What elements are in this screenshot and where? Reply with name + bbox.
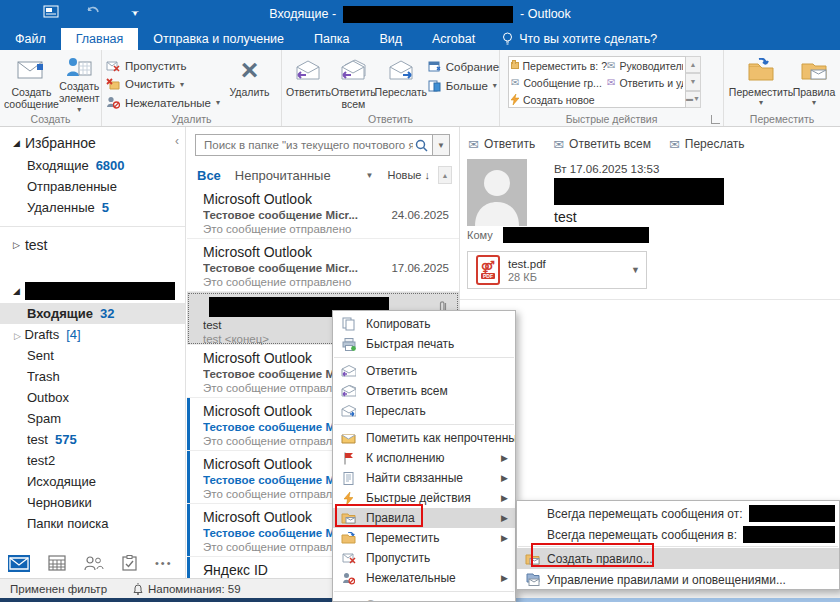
sidebar-item-inbox-fav[interactable]: Входящие6800 <box>0 155 185 176</box>
tab-acrobat[interactable]: Acrobat <box>417 28 490 50</box>
filter-status[interactable]: Применен фильтр <box>10 583 107 595</box>
collapse-folder-pane-icon[interactable]: ‹ <box>175 134 179 148</box>
quick-steps-scrollbar[interactable]: ▲ ▼ ▬▼ <box>686 56 701 108</box>
submenu-item-always-move-from[interactable]: Всегда перемещать сообщения от: <box>517 503 839 524</box>
menu-item-forward[interactable]: Переслать <box>333 401 515 421</box>
menu-item-find-related[interactable]: Найти связанные ▶ <box>333 468 515 488</box>
sidebar-item-inbox[interactable]: Входящие32 <box>0 303 185 324</box>
move-button[interactable]: Переместить ▾ <box>730 53 792 112</box>
reminders-status[interactable]: Напоминания: 59 <box>133 583 241 595</box>
search-scope-dropdown[interactable]: ▼ <box>433 134 450 156</box>
filter-dropdown-arrow[interactable]: ▼ <box>366 171 374 180</box>
attachment-dropdown-arrow[interactable]: ▼ <box>631 265 640 275</box>
account-redacted[interactable]: ◢ <box>0 279 185 303</box>
tab-send-receive[interactable]: Отправка и получение <box>138 28 299 50</box>
forward-inline-button[interactable]: ✉ Переслать <box>669 137 745 151</box>
reply-inline-button[interactable]: ✉ Ответить <box>468 137 535 151</box>
scroll-down-icon[interactable]: ▼ <box>686 73 701 90</box>
submenu-item-create-rule[interactable]: Создать правило... <box>517 548 839 569</box>
menu-item-follow-up[interactable]: К исполнению ▶ <box>333 448 515 468</box>
menu-item-rules[interactable]: Правила ▶ <box>333 508 515 528</box>
sort-order[interactable]: Новые ↓ <box>388 169 431 181</box>
message-row-2[interactable]: Microsoft Outlook Тестовое сообщение Mic… <box>187 239 459 292</box>
tell-me-box[interactable]: Что вы хотите сделать? <box>490 28 669 50</box>
menu-item-reply[interactable]: Ответить <box>333 361 515 381</box>
quick-step-move-to[interactable]: Переместить в: ? <box>511 57 607 74</box>
quick-step-to-manager[interactable]: ✉ Руководителю <box>607 57 683 74</box>
scroll-up-icon[interactable]: ▲ <box>686 56 701 73</box>
junk-button[interactable]: Нежелательные ▾ <box>106 94 222 112</box>
cleanup-button[interactable]: Очистить ▾ <box>106 75 222 93</box>
ignore-button[interactable]: Пропустить <box>106 57 222 75</box>
mail-nav-icon[interactable] <box>8 555 30 572</box>
menu-item-copy[interactable]: Копировать <box>333 314 515 334</box>
tab-file[interactable]: Файл <box>0 28 61 50</box>
sidebar-item-trash[interactable]: Trash <box>0 366 185 387</box>
submenu-item-always-move-to[interactable]: Всегда перемещать сообщения в: <box>517 524 839 545</box>
reply-all-inline-button[interactable]: ✉ Ответить всем <box>553 137 651 151</box>
new-item-button[interactable]: Создать элемент ▾ <box>59 53 100 112</box>
sidebar-item-test2[interactable]: test2 <box>0 450 185 471</box>
sidebar-item-outbox[interactable]: Outbox <box>0 387 185 408</box>
search-icon[interactable] <box>415 139 428 152</box>
reply-all-icon <box>340 385 357 397</box>
filter-unread[interactable]: Непрочитанные <box>235 168 331 183</box>
collapsed-triangle-icon[interactable]: ▷ <box>13 233 20 257</box>
reply-button[interactable]: Ответить <box>286 53 331 112</box>
tab-view[interactable]: Вид <box>364 28 417 50</box>
collapsed-triangle-icon[interactable]: ▷ <box>14 331 21 341</box>
more-button[interactable]: Больше ▾ <box>428 76 499 95</box>
list-scroll-up-icon[interactable]: ▲ <box>438 166 452 184</box>
sidebar-item-sent[interactable]: Sent <box>0 345 185 366</box>
item-count: [4] <box>66 327 80 342</box>
delete-button[interactable]: × Удалить <box>222 53 277 112</box>
title-suffix: - Outlook <box>520 7 571 21</box>
sidebar-item-deleted-fav[interactable]: Удаленные5 <box>0 197 185 218</box>
sidebar-item-test[interactable]: test575 <box>0 429 185 450</box>
filter-all[interactable]: Все <box>197 168 221 183</box>
menu-item-quick-actions[interactable]: Быстрые действия ▶ <box>333 488 515 508</box>
menu-item-quick-print[interactable]: Быстрая печать <box>333 334 515 354</box>
search-input[interactable] <box>202 138 415 152</box>
expanded-triangle-icon[interactable]: ◢ <box>13 131 20 155</box>
sidebar-item-drafts-ru[interactable]: Черновики <box>0 492 185 513</box>
sidebar-item-outgoing[interactable]: Исходящие <box>0 471 185 492</box>
submenu-item-manage-rules[interactable]: Управление правилами и оповещениями... <box>517 569 839 590</box>
rules-button[interactable]: Правила ▾ <box>792 53 836 112</box>
menu-item-move[interactable]: Переместить ▶ <box>333 528 515 548</box>
message-date: 24.06.2025 <box>391 209 449 221</box>
menu-item-label: Быстрые действия <box>366 491 471 505</box>
quick-steps-dialog-launcher-icon[interactable] <box>711 115 720 124</box>
quick-step-create-new[interactable]: Создать новое <box>511 91 607 108</box>
message-row-1[interactable]: Microsoft Outlook Тестовое сообщение Mic… <box>187 186 459 239</box>
sidebar-item-spam[interactable]: Spam <box>0 408 185 429</box>
menu-item-junk[interactable]: Нежелательные ▶ <box>333 568 515 588</box>
sidebar-item-sent-fav[interactable]: Отправленные <box>0 176 185 197</box>
expanded-triangle-icon[interactable]: ◢ <box>13 279 20 303</box>
manage-rules-icon <box>524 573 541 586</box>
delete-label: Удалить <box>229 86 269 98</box>
attachment-chip[interactable]: ⚤PDF test.pdf 28 КБ ▼ <box>467 251 647 289</box>
tab-home[interactable]: Главная <box>61 28 139 50</box>
tasks-nav-icon[interactable] <box>122 555 137 571</box>
search-box[interactable] <box>195 134 433 156</box>
favorites-header[interactable]: ◢ Избранное <box>0 131 185 155</box>
quick-step-reply-delete[interactable]: ✉ Ответить и уда... <box>607 74 683 91</box>
menu-separator <box>334 357 514 358</box>
people-nav-icon[interactable] <box>84 556 104 571</box>
new-mail-button[interactable]: Создать сообщение <box>4 53 59 112</box>
sidebar-item-search-folders[interactable]: Папки поиска <box>0 513 185 534</box>
more-nav-icon[interactable]: ••• <box>155 557 173 569</box>
reply-all-button[interactable]: Ответить всем <box>331 53 376 112</box>
account-test[interactable]: ▷ test <box>0 233 185 257</box>
quick-step-team-message[interactable]: ✉ Сообщение гр... <box>511 74 607 91</box>
calendar-nav-icon[interactable] <box>48 555 66 571</box>
menu-item-reply-all[interactable]: Ответить всем <box>333 381 515 401</box>
forward-button[interactable]: Переслать <box>376 53 426 112</box>
tab-folder[interactable]: Папка <box>299 28 364 50</box>
meeting-button[interactable]: Собрание <box>428 57 499 76</box>
scroll-more-icon[interactable]: ▬▼ <box>686 91 701 108</box>
menu-item-mark-unread[interactable]: Пометить как непрочтенные <box>333 428 515 448</box>
menu-item-ignore[interactable]: Пропустить <box>333 548 515 568</box>
sidebar-item-drafts[interactable]: ▷ Drafts[4] <box>0 324 185 345</box>
